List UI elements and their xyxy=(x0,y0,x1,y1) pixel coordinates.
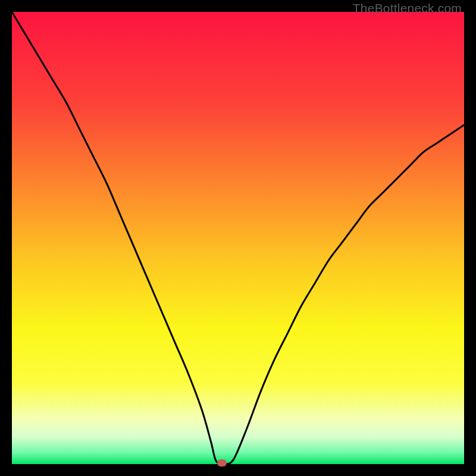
bottleneck-curve xyxy=(12,12,464,464)
minimum-marker xyxy=(217,459,227,466)
watermark-text: TheBottleneck.com xyxy=(353,1,462,15)
chart-frame xyxy=(12,12,464,464)
curve-path xyxy=(12,12,464,464)
